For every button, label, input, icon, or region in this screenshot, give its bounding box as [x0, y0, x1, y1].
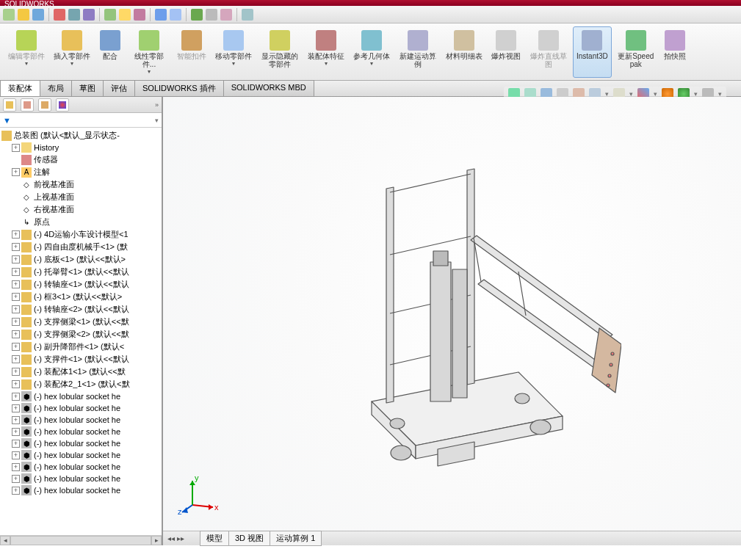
expand-toggle[interactable]: +: [12, 451, 20, 459]
exploded-line-button[interactable]: 爆炸直线草图: [526, 26, 571, 78]
tab-nav-icon[interactable]: ◂◂ ▸▸: [167, 534, 184, 542]
expand-toggle[interactable]: +: [12, 293, 20, 301]
tree-item[interactable]: +(-) 转轴座<2> (默认<<默认: [0, 303, 162, 316]
tree-item[interactable]: +History: [0, 142, 162, 153]
tree-item[interactable]: +⬢(-) hex lobular socket he: [0, 426, 162, 437]
tree-item[interactable]: +⬢(-) hex lobular socket he: [0, 414, 162, 426]
panel-collapse-icon[interactable]: »: [155, 101, 159, 109]
command-tab[interactable]: SOLIDWORKS 插件: [134, 80, 224, 96]
feature-tree-tab[interactable]: [3, 98, 16, 112]
dropdown-arrow-icon[interactable]: ▾: [232, 60, 235, 67]
tree-item[interactable]: ◇上视基准面: [0, 191, 162, 203]
tree-item[interactable]: +⬢(-) hex lobular socket he: [0, 484, 162, 496]
bom-button[interactable]: 材料明细表: [442, 26, 486, 78]
scroll-right-icon[interactable]: ▸: [151, 536, 162, 545]
linear-pattern-button[interactable]: 线性零部件...▾: [126, 26, 172, 78]
tree-item[interactable]: +⬢(-) hex lobular socket he: [0, 461, 162, 473]
feature-tree[interactable]: 总装图 (默认<默认_显示状态-+History传感器+A注解◇前视基准面◇上视…: [0, 128, 162, 535]
command-tab[interactable]: 装配体: [0, 80, 40, 96]
expand-toggle[interactable]: +: [12, 168, 20, 176]
tree-item[interactable]: +(-) 4D运输小车设计模型<1: [0, 228, 162, 241]
redo-icon[interactable]: [83, 9, 95, 21]
tree-item[interactable]: +(-) 装配体2_1<1> (默认<默: [0, 378, 162, 390]
expand-toggle[interactable]: +: [12, 305, 20, 313]
tree-item[interactable]: +(-) 支撑件<1> (默认<<默认: [0, 353, 162, 366]
command-tab[interactable]: 评估: [103, 80, 135, 96]
tree-item[interactable]: +(-) 装配体1<1> (默认<<默: [0, 366, 162, 378]
expand-toggle[interactable]: +: [12, 268, 20, 276]
tree-item[interactable]: +⬢(-) hex lobular socket he: [0, 473, 162, 484]
tree-item[interactable]: ↳原点: [0, 216, 162, 228]
display-tab[interactable]: [56, 98, 69, 112]
tree-item[interactable]: ◇右视基准面: [0, 203, 162, 216]
tree-item[interactable]: +(-) 四自由度机械手<1> (默: [0, 241, 162, 253]
filter-dropdown-icon[interactable]: ▾: [155, 117, 159, 124]
assembly-feat-button[interactable]: 装配体特征▾: [304, 26, 348, 78]
dropdown-arrow-icon[interactable]: ▾: [370, 60, 373, 67]
insert-part-button[interactable]: 插入零部件▾: [50, 26, 94, 78]
snapshot-button[interactable]: 拍快照: [660, 26, 690, 78]
new-icon[interactable]: [3, 9, 15, 21]
expand-toggle[interactable]: +: [12, 243, 20, 251]
property-tab[interactable]: [21, 98, 34, 112]
undo-icon[interactable]: [68, 9, 80, 21]
view-triad[interactable]: x y z: [178, 472, 222, 516]
appearance-icon[interactable]: [220, 9, 232, 21]
command-tab[interactable]: 布局: [40, 80, 72, 96]
config-icon[interactable]: [206, 9, 217, 21]
expand-toggle[interactable]: +: [12, 230, 20, 239]
excel-icon[interactable]: [191, 9, 203, 21]
expand-toggle[interactable]: +: [12, 404, 20, 412]
rebuild-icon[interactable]: [119, 9, 131, 21]
tree-item[interactable]: +(-) 支撑侧梁<1> (默认<<默: [0, 316, 162, 328]
scroll-thumb[interactable]: [10, 536, 151, 545]
expand-toggle[interactable]: +: [12, 393, 20, 401]
expand-toggle[interactable]: +: [12, 487, 20, 495]
select-icon[interactable]: [104, 9, 116, 21]
expand-toggle[interactable]: +: [12, 330, 20, 338]
ref-geom-button[interactable]: 参考几何体▾: [350, 26, 394, 78]
tree-item[interactable]: +⬢(-) hex lobular socket he: [0, 437, 162, 449]
exploded-button[interactable]: 爆炸视图: [488, 26, 524, 78]
dropdown-arrow-icon[interactable]: ▾: [71, 60, 73, 67]
smart-fastener-button[interactable]: 智能扣件: [173, 26, 210, 78]
edit-part-button[interactable]: 编辑零部件▾: [4, 26, 48, 78]
tree-item[interactable]: +(-) 转轴座<1> (默认<<默认: [0, 278, 162, 291]
expand-toggle[interactable]: +: [12, 380, 20, 388]
expand-toggle[interactable]: +: [12, 343, 20, 351]
update-speedpak-button[interactable]: 更新Speedpak: [613, 26, 659, 78]
expand-toggle[interactable]: +: [12, 144, 20, 152]
expand-toggle[interactable]: +: [12, 475, 20, 483]
expand-toggle[interactable]: +: [12, 428, 20, 436]
tree-item[interactable]: 传感器: [0, 153, 162, 166]
tree-hscroll[interactable]: ◂ ▸: [0, 535, 162, 545]
tree-item[interactable]: +(-) 框3<1> (默认<<默认>: [0, 291, 162, 303]
expand-toggle[interactable]: +: [12, 463, 20, 471]
tree-item[interactable]: +⬢(-) hex lobular socket he: [0, 390, 162, 402]
tree-item[interactable]: +(-) 支撑侧梁<2> (默认<<默: [0, 328, 162, 341]
tree-item[interactable]: +⬢(-) hex lobular socket he: [0, 402, 162, 414]
motion-tab[interactable]: 运动算例 1: [270, 531, 322, 546]
print-icon[interactable]: [54, 9, 65, 21]
expand-toggle[interactable]: +: [12, 368, 20, 376]
move-part-button[interactable]: 移动零部件▾: [212, 26, 256, 78]
tree-item[interactable]: +(-) 副升降部件<1> (默认<: [0, 341, 162, 353]
misc-icon[interactable]: [242, 9, 253, 21]
command-tab[interactable]: 草图: [71, 80, 104, 96]
scroll-left-icon[interactable]: ◂: [0, 536, 10, 545]
tree-item[interactable]: ◇前视基准面: [0, 178, 162, 191]
expand-toggle[interactable]: +: [12, 318, 20, 326]
expand-toggle[interactable]: +: [12, 255, 20, 263]
show-hidden-button[interactable]: 显示隐藏的零部件: [257, 26, 303, 78]
expand-toggle[interactable]: +: [12, 416, 20, 424]
tree-item[interactable]: +A注解: [0, 166, 162, 178]
search-icon[interactable]: [155, 9, 167, 21]
mate-button[interactable]: 配合: [95, 26, 125, 78]
options-icon[interactable]: [134, 9, 145, 21]
save-icon[interactable]: [32, 9, 44, 21]
command-tab[interactable]: SOLIDWORKS MBD: [223, 80, 314, 96]
graphics-viewport[interactable]: x y z ◂◂ ▸▸ 模型3D 视图运动算例 1: [163, 97, 741, 545]
motion-tab[interactable]: 模型: [200, 531, 229, 546]
tree-root[interactable]: 总装图 (默认<默认_显示状态-: [0, 129, 162, 142]
motion-tab[interactable]: 3D 视图: [228, 531, 270, 546]
